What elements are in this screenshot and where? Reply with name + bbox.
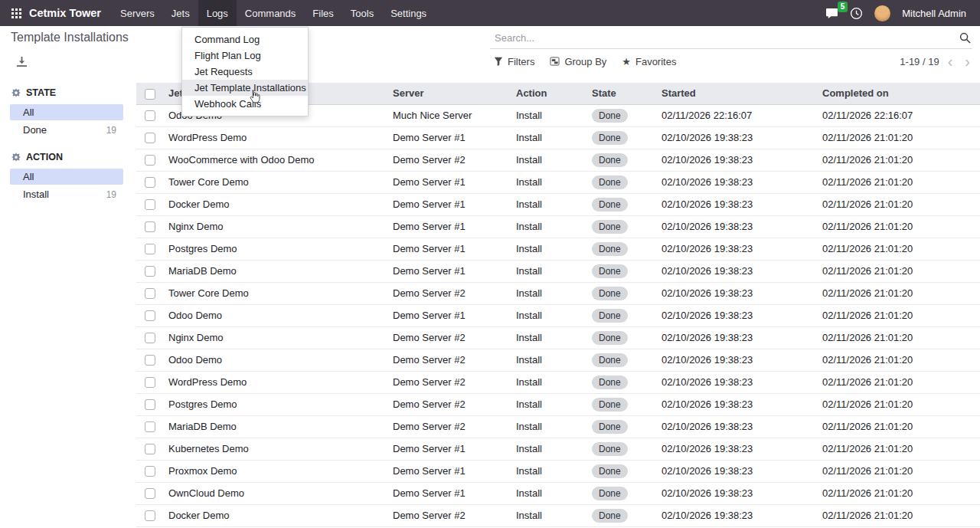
row-checkbox[interactable]: [145, 110, 155, 121]
table-row[interactable]: Proxmox DemoDemo Server #1InstallDone02/…: [136, 460, 980, 482]
search-input[interactable]: [490, 32, 958, 44]
row-checkbox[interactable]: [145, 155, 155, 166]
state-badge: Done: [592, 420, 628, 434]
group-by-icon: [550, 57, 560, 66]
table-row[interactable]: Kubernetes DemoDemo Server #1InstallDone…: [136, 438, 980, 460]
table-row[interactable]: MariaDB DemoDemo Server #2InstallDone02/…: [136, 415, 980, 438]
table-row[interactable]: WordPress DemoDemo Server #1InstallDone0…: [136, 126, 980, 149]
cell-action: Install: [511, 482, 587, 504]
table-row[interactable]: Nginx DemoDemo Server #1InstallDone02/10…: [136, 215, 980, 238]
column-header[interactable]: Server: [388, 83, 511, 104]
table-row[interactable]: Docker DemoDemo Server #1InstallDone02/1…: [136, 193, 980, 215]
gear-icon: [11, 88, 21, 97]
state-badge: Done: [592, 264, 628, 278]
row-checkbox[interactable]: [145, 221, 155, 232]
filter-item-all[interactable]: All: [10, 104, 123, 120]
cell-action: Install: [511, 215, 587, 238]
row-checkbox[interactable]: [145, 355, 155, 366]
top-menu-servers[interactable]: Servers: [112, 0, 163, 26]
export-button[interactable]: [16, 56, 28, 67]
activities-button[interactable]: [850, 7, 863, 20]
filter-item-install[interactable]: Install19: [10, 186, 123, 202]
column-header[interactable]: State: [587, 83, 657, 104]
table-row[interactable]: OwnCloud DemoDemo Server #1InstallDone02…: [136, 482, 980, 504]
cell-jet-template: Docker Demo: [164, 504, 388, 526]
table-row[interactable]: Docker DemoDemo Server #2InstallDone02/1…: [136, 504, 980, 526]
row-checkbox[interactable]: [145, 466, 155, 477]
row-checkbox[interactable]: [145, 288, 155, 299]
top-menu-logs[interactable]: Logs: [198, 0, 237, 26]
cell-started: 02/10/2026 19:38:23: [657, 304, 818, 326]
avatar[interactable]: [874, 5, 890, 21]
cell-started: 02/10/2026 19:38:23: [657, 215, 818, 238]
brand-title[interactable]: Cetmix Tower: [29, 7, 101, 19]
group-by-button[interactable]: Group By: [550, 56, 606, 67]
filter-group-title: STATE: [26, 87, 56, 98]
filter-item-done[interactable]: Done19: [10, 122, 123, 138]
logs-menu-item[interactable]: Jet Template Installations: [182, 80, 308, 96]
table-row[interactable]: Odoo DemoDemo Server #1InstallDone02/10/…: [136, 304, 980, 326]
cell-server: Demo Server #2: [388, 371, 511, 393]
search-bar[interactable]: [490, 27, 972, 49]
row-checkbox[interactable]: [145, 510, 155, 521]
row-checkbox[interactable]: [145, 310, 155, 321]
search-icon[interactable]: [958, 32, 972, 44]
pager-prev-button[interactable]: ‹: [944, 54, 957, 68]
cell-server: Demo Server #2: [388, 349, 511, 371]
row-checkbox[interactable]: [145, 333, 155, 343]
cell-action: Install: [511, 460, 587, 482]
row-checkbox[interactable]: [145, 244, 155, 254]
filter-item-label: All: [23, 107, 34, 118]
logs-menu-item[interactable]: Jet Requests: [182, 64, 308, 80]
row-checkbox-cell: [136, 171, 164, 193]
table-row[interactable]: Postgres DemoDemo Server #1InstallDone02…: [136, 238, 980, 260]
cell-started: 02/10/2026 19:38:23: [657, 460, 818, 482]
select-all-checkbox[interactable]: [145, 89, 155, 100]
top-menu-jets[interactable]: Jets: [163, 0, 198, 26]
top-menu-commands[interactable]: Commands: [237, 0, 304, 26]
table-row[interactable]: Nginx DemoDemo Server #2InstallDone02/10…: [136, 326, 980, 349]
table-row[interactable]: WordPress DemoDemo Server #2InstallDone0…: [136, 371, 980, 393]
user-name[interactable]: Mitchell Admin: [902, 8, 966, 19]
state-badge: Done: [592, 464, 628, 478]
state-badge: Done: [592, 376, 628, 389]
top-menu-files[interactable]: Files: [304, 0, 341, 26]
row-checkbox[interactable]: [145, 421, 155, 432]
column-header[interactable]: Completed on: [818, 83, 980, 104]
column-header[interactable]: Started: [657, 83, 818, 104]
cell-action: Install: [511, 438, 587, 460]
row-checkbox[interactable]: [145, 377, 155, 388]
table-row[interactable]: Tower Core DemoDemo Server #2InstallDone…: [136, 282, 980, 304]
row-checkbox-cell: [136, 193, 164, 215]
logs-menu-item[interactable]: Webhook Calls: [182, 96, 308, 112]
cell-completed-on: 02/11/2026 21:01:20: [818, 171, 980, 193]
table-row[interactable]: MariaDB DemoDemo Server #1InstallDone02/…: [136, 260, 980, 282]
row-checkbox[interactable]: [145, 199, 155, 210]
cell-state: Done: [587, 260, 657, 282]
table-row[interactable]: WooCommerce with Odoo DemoDemo Server #2…: [136, 149, 980, 171]
apps-grid-icon[interactable]: [6, 8, 26, 18]
row-checkbox[interactable]: [145, 399, 155, 410]
favorites-button[interactable]: ★ Favorites: [622, 56, 676, 67]
row-checkbox[interactable]: [145, 488, 155, 499]
cell-completed-on: 02/11/2026 21:01:20: [818, 282, 980, 304]
column-header[interactable]: Action: [511, 83, 587, 104]
pager: 1-19 / 19 ‹ ›: [900, 54, 974, 68]
pager-next-button[interactable]: ›: [961, 54, 974, 68]
logs-menu-item[interactable]: Flight Plan Log: [182, 48, 308, 64]
cell-server: Demo Server #2: [388, 393, 511, 415]
table-row[interactable]: Postgres DemoDemo Server #2InstallDone02…: [136, 393, 980, 415]
row-checkbox[interactable]: [145, 133, 155, 143]
filter-item-all[interactable]: All: [10, 169, 123, 185]
table-row[interactable]: Tower Core DemoDemo Server #1InstallDone…: [136, 171, 980, 193]
row-checkbox[interactable]: [145, 444, 155, 454]
filters-button[interactable]: Filters: [494, 56, 534, 67]
cell-action: Install: [511, 260, 587, 282]
top-menu-settings[interactable]: Settings: [382, 0, 435, 26]
messages-button[interactable]: 5: [825, 8, 838, 19]
row-checkbox[interactable]: [145, 177, 155, 188]
logs-menu-item[interactable]: Command Log: [182, 31, 308, 48]
top-menu-tools[interactable]: Tools: [342, 0, 382, 26]
table-row[interactable]: Odoo DemoDemo Server #2InstallDone02/10/…: [136, 349, 980, 371]
row-checkbox[interactable]: [145, 266, 155, 277]
